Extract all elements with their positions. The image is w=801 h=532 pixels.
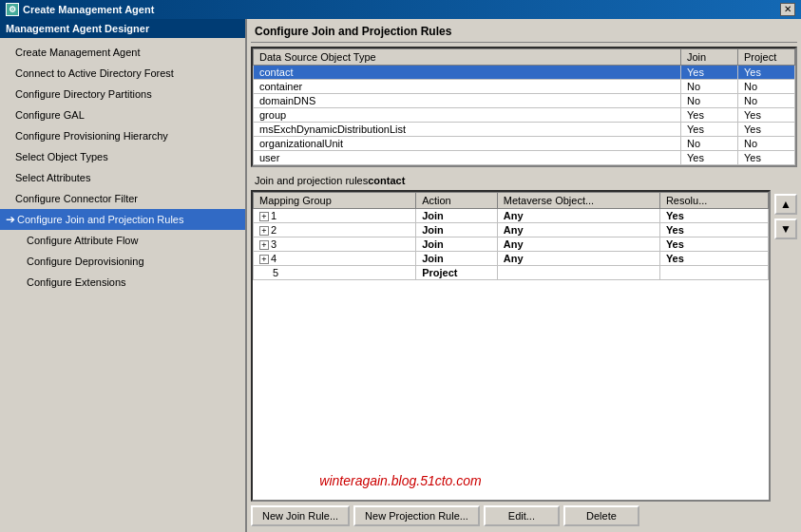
col-resolution: Resolu... [659, 193, 768, 209]
expand-icon: + [259, 226, 269, 236]
project-cell: Yes [738, 151, 795, 165]
object-type-row[interactable]: user Yes Yes [254, 151, 795, 165]
sidebar-header: Management Agent Designer [0, 19, 245, 38]
col-project: Project [738, 49, 795, 66]
join-cell: No [681, 137, 738, 151]
col-datasource: Data Source Object Type [254, 49, 681, 66]
col-metaverse: Metaverse Object... [497, 193, 659, 209]
resolution-cell: Yes [659, 223, 768, 238]
project-cell: No [738, 94, 795, 108]
resolution-cell [659, 266, 768, 280]
object-type-row[interactable]: group Yes Yes [254, 108, 795, 123]
project-cell: Yes [738, 66, 795, 80]
sidebar-items: Create Management Agent Connect to Activ… [0, 38, 245, 532]
new-projection-rule-button[interactable]: New Projection Rule... [353, 505, 480, 526]
sidebar: Management Agent Designer Create Managem… [0, 19, 247, 532]
new-join-rule-button[interactable]: New Join Rule... [251, 505, 350, 526]
join-rule-row[interactable]: +1 Join Any Yes [254, 209, 769, 223]
object-type-cell: organizationalUnit [254, 137, 681, 151]
delete-button[interactable]: Delete [563, 505, 639, 526]
object-type-row[interactable]: organizationalUnit No No [254, 137, 795, 151]
object-type-row[interactable]: contact Yes Yes [254, 66, 795, 80]
app-icon: ⚙ [6, 3, 19, 16]
close-button[interactable]: ✕ [780, 3, 795, 16]
sidebar-item-joinrules[interactable]: ➔ Configure Join and Projection Rules [0, 209, 245, 230]
mapping-group-cell: +1 [254, 209, 416, 223]
object-type-cell: container [254, 80, 681, 94]
resolution-cell: Yes [659, 209, 768, 223]
content-area: Configure Join and Projection Rules Data… [247, 19, 801, 532]
current-arrow-icon: ➔ [6, 211, 15, 228]
object-type-cell: contact [254, 66, 681, 80]
sidebar-item-gal[interactable]: Configure GAL [0, 104, 245, 125]
metaverse-cell: Any [497, 252, 659, 266]
join-rule-row[interactable]: 5 Project [254, 266, 769, 280]
metaverse-cell [497, 266, 659, 280]
object-type-row[interactable]: domainDNS No No [254, 94, 795, 108]
object-type-cell: user [254, 151, 681, 165]
project-cell: Yes [738, 123, 795, 137]
join-cell: No [681, 80, 738, 94]
join-table-wrapper: Mapping Group Action Metaverse Object...… [251, 190, 797, 502]
project-cell: No [738, 137, 795, 151]
col-mapping: Mapping Group [254, 193, 416, 209]
action-cell: Join [416, 223, 498, 238]
sidebar-item-extensions[interactable]: Configure Extensions [0, 272, 245, 293]
resolution-cell: Yes [659, 238, 768, 252]
join-rule-row[interactable]: +2 Join Any Yes [254, 223, 769, 238]
title-bar: ⚙ Create Management Agent ✕ [0, 0, 801, 19]
expand-icon: + [259, 255, 269, 264]
mapping-group-cell: +4 [254, 252, 416, 266]
sidebar-item-create[interactable]: Create Management Agent [0, 42, 245, 63]
mapping-group-cell: 5 [254, 266, 416, 280]
edit-button[interactable]: Edit... [484, 505, 560, 526]
sidebar-item-attrflow[interactable]: Configure Attribute Flow [0, 230, 245, 251]
metaverse-cell: Any [497, 223, 659, 238]
project-cell: Yes [738, 108, 795, 123]
action-cell: Join [416, 252, 498, 266]
action-cell: Project [416, 266, 498, 280]
main-container: Management Agent Designer Create Managem… [0, 19, 801, 532]
sidebar-item-attributes[interactable]: Select Attributes [0, 167, 245, 188]
col-join: Join [681, 49, 738, 66]
sidebar-item-partitions[interactable]: Configure Directory Partitions [0, 84, 245, 104]
action-buttons-row: New Join Rule... New Projection Rule... … [251, 502, 797, 528]
sidebar-item-objecttypes[interactable]: Select Object Types [0, 146, 245, 167]
join-cell: Yes [681, 151, 738, 165]
object-type-cell: msExchDynamicDistributionList [254, 123, 681, 137]
action-cell: Join [416, 209, 498, 223]
sidebar-item-deprov[interactable]: Configure Deprovisioning [0, 251, 245, 272]
content-title: Configure Join and Projection Rules [251, 23, 797, 43]
metaverse-cell: Any [497, 238, 659, 252]
join-section-header: Join and projection rulescontact [251, 173, 797, 188]
title-bar-text: Create Management Agent [23, 4, 154, 15]
join-table-container: Mapping Group Action Metaverse Object...… [251, 190, 771, 502]
object-type-cell: domainDNS [254, 94, 681, 108]
metaverse-cell: Any [497, 209, 659, 223]
sidebar-item-connector[interactable]: Configure Connector Filter [0, 188, 245, 209]
join-section: Join and projection rulescontact Mapping… [251, 173, 797, 528]
expand-icon: + [259, 212, 269, 221]
move-up-button[interactable]: ▲ [774, 194, 797, 215]
sidebar-item-provisioning[interactable]: Configure Provisioning Hierarchy [0, 125, 245, 146]
action-cell: Join [416, 238, 498, 252]
project-cell: No [738, 80, 795, 94]
mapping-group-cell: +2 [254, 223, 416, 238]
join-cell: No [681, 94, 738, 108]
join-rule-row[interactable]: +4 Join Any Yes [254, 252, 769, 266]
object-type-row[interactable]: container No No [254, 80, 795, 94]
join-cell: Yes [681, 108, 738, 123]
join-rule-row[interactable]: +3 Join Any Yes [254, 238, 769, 252]
join-cell: Yes [681, 123, 738, 137]
object-type-cell: group [254, 108, 681, 123]
resolution-cell: Yes [659, 252, 768, 266]
expand-icon: + [259, 240, 269, 250]
object-type-row[interactable]: msExchDynamicDistributionList Yes Yes [254, 123, 795, 137]
object-type-table-container: Data Source Object Type Join Project con… [251, 47, 797, 167]
move-down-button[interactable]: ▼ [774, 218, 797, 239]
join-section-object: contact [368, 175, 405, 186]
join-table: Mapping Group Action Metaverse Object...… [253, 192, 769, 280]
sidebar-item-connect[interactable]: Connect to Active Directory Forest [0, 63, 245, 84]
join-arrow-buttons: ▲ ▼ [774, 190, 797, 502]
mapping-group-cell: +3 [254, 238, 416, 252]
